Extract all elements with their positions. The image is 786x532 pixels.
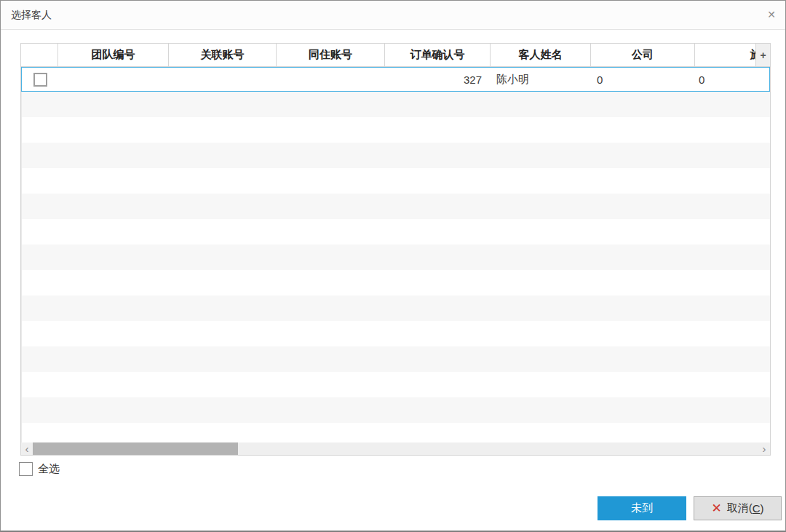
- guest-table: 团队编号 关联账号 同住账号 订单确认号 客人姓名 公司 旅 + 327 陈小明…: [20, 43, 771, 456]
- table-header-row: 团队编号 关联账号 同住账号 订单确认号 客人姓名 公司 旅 +: [21, 44, 770, 67]
- cancel-label-post: ): [761, 502, 764, 515]
- add-column-button[interactable]: +: [755, 44, 770, 66]
- header-confirm-no[interactable]: 订单确认号: [385, 44, 491, 66]
- cancel-x-icon: ✕: [711, 502, 721, 515]
- horizontal-scrollbar[interactable]: ‹ ›: [21, 442, 770, 455]
- header-guest-name[interactable]: 客人姓名: [491, 44, 591, 66]
- header-travel-label: 旅: [750, 48, 755, 62]
- not-arrived-button[interactable]: 未到: [598, 496, 686, 520]
- cell-confirm-no: 327: [385, 68, 491, 91]
- table-row-selected[interactable]: 327 陈小明 0 0: [21, 67, 770, 92]
- cancel-access-key: C: [753, 502, 761, 515]
- close-icon[interactable]: ✕: [767, 8, 776, 21]
- cancel-label-pre: 取消(: [727, 501, 753, 515]
- scrollbar-thumb[interactable]: [33, 442, 238, 455]
- row-checkbox[interactable]: [33, 73, 47, 87]
- header-company[interactable]: 公司: [591, 44, 695, 66]
- cancel-button[interactable]: ✕取消(C): [694, 496, 782, 520]
- cell-company: 0: [591, 68, 695, 91]
- select-all-control[interactable]: 全选: [19, 461, 60, 477]
- header-travel-clipped[interactable]: 旅: [695, 44, 755, 66]
- cell-roommate-account: [277, 68, 385, 91]
- cell-related-account: [169, 68, 277, 91]
- cell-guest-name: 陈小明: [491, 68, 591, 91]
- select-guest-dialog: 选择客人 ✕ 团队编号 关联账号 同住账号 订单确认号 客人姓名 公司 旅 + …: [0, 0, 786, 532]
- empty-rows-area: [21, 92, 770, 442]
- scroll-left-icon[interactable]: ‹: [21, 442, 33, 455]
- row-checkbox-cell: [22, 68, 58, 91]
- select-all-checkbox[interactable]: [19, 462, 33, 476]
- header-checkbox-column: [21, 44, 58, 66]
- header-roommate-account[interactable]: 同住账号: [277, 44, 385, 66]
- header-related-account[interactable]: 关联账号: [169, 44, 277, 66]
- cell-team-no: [58, 68, 169, 91]
- dialog-titlebar: 选择客人 ✕: [1, 1, 785, 30]
- header-team-no[interactable]: 团队编号: [58, 44, 169, 66]
- cell-travel: 0: [695, 68, 769, 91]
- select-all-label: 全选: [38, 462, 60, 476]
- dialog-title: 选择客人: [11, 9, 52, 22]
- scroll-right-icon[interactable]: ›: [758, 442, 770, 455]
